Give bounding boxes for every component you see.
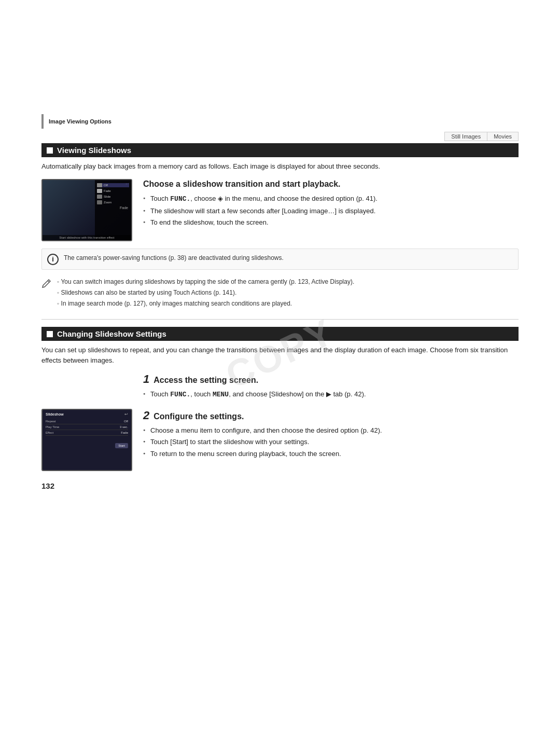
screen-menu-item-1: Off (97, 183, 129, 187)
ss-title: Slideshow (46, 412, 64, 416)
bullet-2: The slideshow will start a few seconds a… (143, 206, 519, 216)
notice-text: The camera's power-saving functions (p. … (64, 253, 284, 263)
bullet-1: Touch FUNC., choose ◈ in the menu, and c… (143, 194, 519, 204)
changing-slideshow-intro: You can set up slideshows to repeat, and… (41, 345, 519, 365)
step1-bullets: Touch FUNC., touch MENU, and choose [Sli… (143, 389, 519, 400)
screen-menu-item-4: Zoom (97, 200, 129, 204)
screen-menu-icon-2 (97, 189, 102, 193)
viewing-slideshows-intro: Automatically play back images from a me… (41, 161, 519, 172)
screen-menu-icon-1 (97, 183, 102, 187)
slideshow-screen: Slideshow ↩ Repeat Off Play Time 3 sec. (41, 409, 132, 471)
screen-fade-text: Fade (97, 206, 129, 210)
screen-menu-text-2: Fade (104, 189, 111, 192)
tab-still-images[interactable]: Still Images (444, 132, 487, 141)
ss-row-repeat: Repeat Off (46, 419, 128, 424)
page: COPY Image Viewing Options Still Images … (0, 0, 560, 745)
ss-row-effect: Effect Fade (46, 430, 128, 436)
step1-content: 1 Access the setting screen. Touch FUNC.… (143, 373, 519, 402)
viewing-slideshows-bullets: Touch FUNC., choose ◈ in the menu, and c… (143, 194, 519, 228)
step2-right: 2 Configure the settings. Choose a menu … (143, 409, 519, 461)
step2-row: Slideshow ↩ Repeat Off Play Time 3 sec. (41, 409, 519, 471)
notice-box: i The camera's power-saving functions (p… (41, 249, 519, 270)
screen-bottom-text: Start slideshow with this transition eff… (45, 236, 129, 239)
step2-heading: Configure the settings. (153, 411, 244, 422)
changing-slideshow-section-title-box: Changing Slideshow Settings (41, 327, 519, 341)
pencil-notes: You can switch images during slideshows … (57, 277, 354, 310)
ss-arrow: ↩ (124, 412, 128, 417)
step2-bullet-1: Choose a menu item to configure, and the… (143, 425, 519, 436)
notice-icon: i (47, 254, 59, 265)
page-number: 132 (41, 481, 519, 490)
ss-value-effect: Fade (121, 431, 128, 434)
bullet-3: To end the slideshow, touch the screen. (143, 217, 519, 228)
pencil-note-1: You can switch images during slideshows … (57, 277, 354, 287)
screen-menu-text-4: Zoom (104, 201, 111, 204)
camera-screen-container: ↩ Off Fade (41, 179, 135, 241)
viewing-slideshows-content: ↩ Off Fade (41, 179, 519, 241)
viewing-slideshows-title: Viewing Slideshows (57, 146, 131, 155)
screen-menu-item-2: Fade (97, 189, 129, 193)
step2-bullet-2: Touch [Start] to start the slideshow wit… (143, 437, 519, 447)
ss-row-playtime: Play Time 3 sec. (46, 424, 128, 430)
content-area: Image Viewing Options Still Images Movie… (0, 114, 560, 521)
step2-bullet-3: To return to the menu screen during play… (143, 449, 519, 459)
pencil-box: You can switch images during slideshows … (41, 275, 519, 312)
changing-slideshow-title: Changing Slideshow Settings (57, 329, 166, 338)
ss-value-repeat: Off (124, 420, 128, 423)
ss-label-playtime: Play Time (46, 425, 59, 429)
step1-row: 1 Access the setting screen. Touch FUNC.… (41, 373, 519, 402)
viewing-slideshows-section-title-box: Viewing Slideshows (41, 143, 519, 157)
ss-label-effect: Effect (46, 431, 53, 434)
pencil-note-3: In image search mode (p. 127), only imag… (57, 299, 354, 309)
step2-left: Slideshow ↩ Repeat Off Play Time 3 sec. (41, 409, 135, 471)
viewing-slideshows-right-content: Choose a slideshow transition and start … (143, 179, 519, 229)
step1-number: 1 (143, 373, 149, 386)
ss-title-row: Slideshow ↩ (46, 412, 128, 417)
step2-number: 2 (143, 409, 149, 422)
breadcrumb: Image Viewing Options (41, 114, 519, 129)
screen-menu-icon-3 (97, 195, 102, 199)
ss-value-playtime: 3 sec. (120, 425, 128, 429)
camera-screen: ↩ Off Fade (41, 179, 132, 241)
step1-bullet-1: Touch FUNC., touch MENU, and choose [Sli… (143, 389, 519, 400)
screen-menu-text-3: Slide (104, 195, 110, 198)
step1-heading: Access the setting screen. (153, 375, 258, 386)
screen-bottom-bar: Start slideshow with this transition eff… (43, 235, 131, 240)
divider (41, 319, 519, 320)
changing-slideshow-section-title-icon (47, 331, 53, 337)
slideshow-screen-inner: Slideshow ↩ Repeat Off Play Time 3 sec. (43, 410, 131, 470)
tab-labels-container: Still Images Movies (41, 132, 519, 141)
ss-start-button[interactable]: Start (115, 443, 128, 448)
screen-menu-overlay: Off Fade Slide (95, 180, 131, 240)
breadcrumb-text: Image Viewing Options (49, 118, 111, 125)
camera-screen-inner: ↩ Off Fade (43, 180, 131, 240)
screen-bg (43, 180, 95, 240)
tab-movies[interactable]: Movies (487, 132, 519, 141)
breadcrumb-bar (41, 114, 44, 129)
screen-menu-text-1: Off (104, 184, 108, 187)
ss-label-repeat: Repeat (46, 420, 55, 423)
step2-bullets: Choose a menu item to configure, and the… (143, 425, 519, 459)
screen-menu-item-3: Slide (97, 195, 129, 199)
screen-menu-icon-4 (97, 200, 102, 204)
section-title-icon (47, 147, 53, 154)
pencil-icon (41, 278, 52, 288)
pencil-note-2: Slideshows can also be started by using … (57, 288, 354, 298)
step-heading: Choose a slideshow transition and start … (143, 179, 519, 190)
